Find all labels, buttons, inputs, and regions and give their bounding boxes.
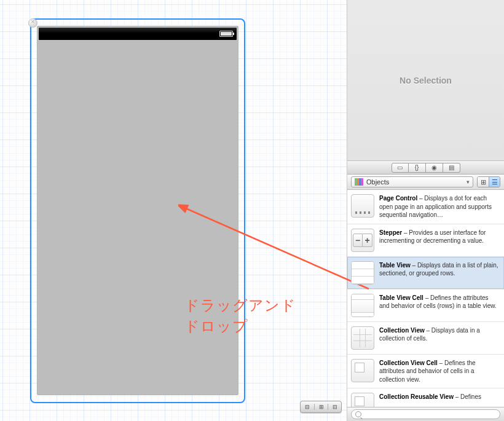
annotation-line1: ドラッグアンド <box>184 297 296 313</box>
library-item[interactable]: Collection View Cell – Defines the attri… <box>347 355 504 389</box>
code-snippet-tab-icon[interactable]: {} <box>409 163 426 173</box>
align-left-icon[interactable]: ⊟ <box>301 404 314 410</box>
media-library-tab-icon[interactable]: ▤ <box>443 163 460 173</box>
grid-view-icon[interactable]: ⊞ <box>478 177 489 187</box>
library-item[interactable]: Page Control – Displays a dot for each o… <box>347 190 504 224</box>
file-template-tab-icon[interactable]: ▭ <box>392 163 409 173</box>
collcell-thumb-icon <box>351 393 374 407</box>
library-books-icon <box>355 178 363 186</box>
library-item-text: Table View – Displays data in a list of … <box>379 261 499 285</box>
library-footer <box>347 407 504 421</box>
iphone-view-frame[interactable] <box>37 26 238 395</box>
library-filter-field[interactable] <box>351 409 500 419</box>
layout-mode-segmented[interactable]: ⊟ ⊞ ⊟ <box>300 401 342 413</box>
search-icon <box>355 411 361 417</box>
library-item[interactable]: Table View Cell – Defines the attributes… <box>347 289 504 322</box>
library-item-text: Collection View Cell – Defines the attri… <box>379 359 499 384</box>
annotation-line2: ドロップ <box>184 318 248 334</box>
table-thumb-icon <box>351 261 374 285</box>
close-scene-button[interactable] <box>28 18 37 28</box>
library-item[interactable]: −+Stepper – Provides a user interface fo… <box>347 224 504 257</box>
coll-thumb-icon <box>351 326 374 350</box>
align-center-icon[interactable]: ⊞ <box>314 404 328 410</box>
library-item-text: Page Control – Displays a dot for each o… <box>379 194 499 219</box>
tvc-thumb-icon <box>351 294 374 317</box>
battery-icon <box>219 31 233 37</box>
library-header: Objects ▾ ⊞ ☰ <box>347 175 504 190</box>
no-selection-label: No Selection <box>347 0 504 161</box>
library-tab-bar: ▭ {} ◉ ▤ <box>347 161 504 175</box>
page-thumb-icon <box>351 194 374 218</box>
collcell-thumb-icon <box>351 359 374 382</box>
list-view-icon[interactable]: ☰ <box>489 177 500 187</box>
library-item-text: Collection View – Displays data in a col… <box>379 326 499 350</box>
library-item[interactable]: Table View – Displays data in a list of … <box>347 257 504 289</box>
library-item-text: Collection Reusable View – Defines <box>379 393 499 407</box>
status-bar <box>39 28 237 40</box>
library-item[interactable]: Collection Reusable View – Defines <box>347 388 504 407</box>
library-scope-label: Objects <box>366 178 389 186</box>
chevron-down-icon: ▾ <box>467 179 470 185</box>
utilities-panel: No Selection ▭ {} ◉ ▤ Objects ▾ ⊞ ☰ Page… <box>347 0 504 421</box>
object-library-tab-icon[interactable]: ◉ <box>426 163 443 173</box>
object-library-list[interactable]: Page Control – Displays a dot for each o… <box>347 190 504 407</box>
library-view-mode[interactable]: ⊞ ☰ <box>477 176 500 187</box>
align-right-icon[interactable]: ⊟ <box>328 404 341 410</box>
library-scope-dropdown[interactable]: Objects ▾ <box>351 176 473 187</box>
interface-builder-canvas[interactable]: ドラッグアンド ドロップ ⊟ ⊞ ⊟ <box>0 0 347 421</box>
drag-drop-annotation-text: ドラッグアンド ドロップ <box>184 295 296 336</box>
library-item[interactable]: Collection View – Displays data in a col… <box>347 322 504 355</box>
stepper-thumb-icon: −+ <box>351 229 374 252</box>
library-item-text: Table View Cell – Defines the attributes… <box>379 294 499 317</box>
library-item-text: Stepper – Provides a user interface for … <box>379 229 499 252</box>
